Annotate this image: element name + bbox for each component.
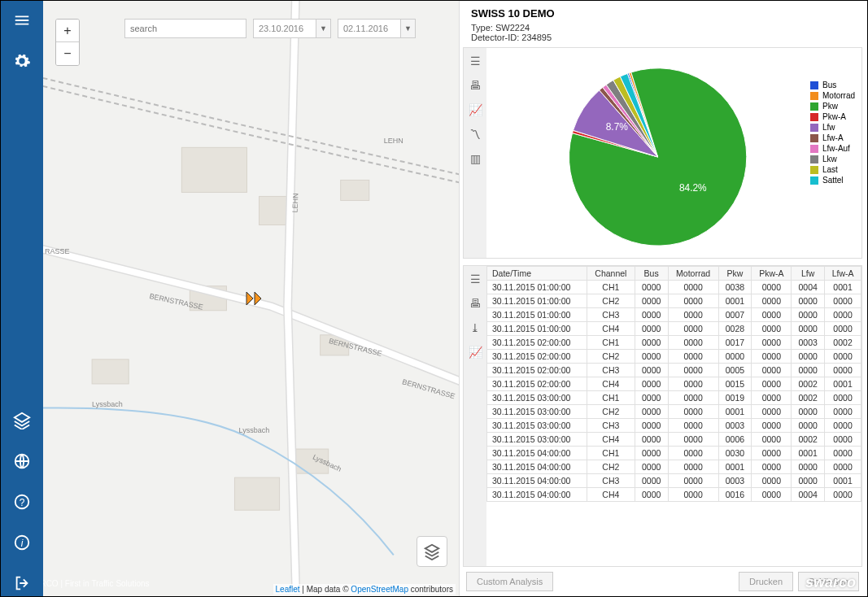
- legend-item[interactable]: Last: [810, 165, 855, 174]
- road-label: LEHN: [384, 137, 403, 145]
- osm-link[interactable]: OpenStreetMap: [351, 585, 408, 594]
- zoom-in-button[interactable]: +: [56, 20, 79, 42]
- table-header[interactable]: Lfw-A: [825, 267, 861, 281]
- bar-chart-icon[interactable]: ▥: [470, 152, 481, 165]
- info-icon[interactable]: i: [9, 529, 35, 556]
- table-header[interactable]: Channel: [587, 267, 635, 281]
- detector-id: Detector-ID: 234895: [471, 33, 862, 42]
- table-row[interactable]: 30.11.2015 04:00:00CH3000000000003000000…: [487, 474, 861, 488]
- footer-brand: SWARCO | First in Traffic Solutions: [43, 579, 150, 588]
- chart-legend: BusMotorradPkwPkw-ALfwLfw-ALfw-AufLkwLas…: [810, 81, 855, 186]
- logout-icon[interactable]: [9, 570, 35, 596]
- custom-analysis-button[interactable]: Custom Analysis: [466, 572, 553, 591]
- river-label: Lyssbach: [238, 426, 269, 434]
- table-header[interactable]: Bus: [635, 267, 668, 281]
- print-icon[interactable]: 🖶: [469, 79, 481, 92]
- detector-title: SWISS 10 DEMO: [471, 7, 862, 20]
- table-row[interactable]: 30.11.2015 04:00:00CH1000000000030000000…: [487, 447, 861, 460]
- road-label: LEHN: [291, 193, 300, 212]
- print-icon[interactable]: 🖶: [469, 297, 481, 310]
- detector-type: Type: SW2224: [471, 23, 862, 33]
- chevron-down-icon[interactable]: ▼: [316, 19, 331, 38]
- menu-icon[interactable]: [9, 7, 35, 33]
- svg-text:8.7%: 8.7%: [606, 121, 629, 133]
- chevron-down-icon[interactable]: ▼: [401, 19, 416, 38]
- table-header[interactable]: Pkw-A: [752, 267, 792, 281]
- table-row[interactable]: 30.11.2015 04:00:00CH4000000000016000000…: [487, 488, 861, 502]
- svg-rect-11: [341, 180, 369, 200]
- svg-rect-13: [92, 360, 129, 384]
- chart-menu-icon[interactable]: ☰: [470, 54, 481, 68]
- legend-item[interactable]: Lfw: [810, 123, 855, 132]
- legend-item[interactable]: Bus: [810, 81, 855, 89]
- search-input[interactable]: [124, 19, 246, 38]
- map-attribution: Leaflet | Map data © OpenStreetMap contr…: [273, 584, 456, 595]
- svg-text:84.2%: 84.2%: [679, 182, 707, 194]
- date-to-input[interactable]: [338, 19, 401, 38]
- table-header[interactable]: Date/Time: [487, 267, 587, 281]
- table-row[interactable]: 30.11.2015 01:00:00CH2000000000001000000…: [487, 294, 861, 308]
- brand-logo: swarco: [805, 574, 856, 591]
- zoom-control: + −: [55, 19, 80, 66]
- table-row[interactable]: 30.11.2015 03:00:00CH3000000000003000000…: [487, 419, 861, 433]
- legend-item[interactable]: Sattel: [810, 176, 855, 185]
- leaflet-link[interactable]: Leaflet: [276, 585, 300, 594]
- table-menu-icon[interactable]: ☰: [470, 272, 481, 285]
- table-row[interactable]: 30.11.2015 02:00:00CH1000000000017000000…: [487, 336, 861, 350]
- detail-panel: SWISS 10 DEMO Type: SW2224 Detector-ID: …: [459, 1, 867, 596]
- zoom-out-button[interactable]: −: [56, 42, 79, 65]
- svg-text:i: i: [21, 538, 24, 549]
- table-row[interactable]: 30.11.2015 03:00:00CH2000000000001000000…: [487, 405, 861, 419]
- pie-chart: 84.2%8.7% BusMotorradPkwPkw-ALfwLfw-ALfw…: [486, 48, 861, 258]
- svg-rect-9: [234, 477, 279, 510]
- table-row[interactable]: 30.11.2015 01:00:00CH1000000000038000000…: [487, 281, 861, 294]
- legend-item[interactable]: Lfw-Auf: [810, 144, 855, 153]
- legend-item[interactable]: Pkw-A: [810, 112, 855, 121]
- table-row[interactable]: 30.11.2015 02:00:00CH4000000000015000000…: [487, 377, 861, 391]
- legend-item[interactable]: Lfw-A: [810, 133, 855, 142]
- legend-item[interactable]: Lkw: [810, 155, 855, 163]
- data-table[interactable]: Date/TimeChannelBusMotorradPkwPkw-ALfwLf…: [486, 266, 861, 566]
- chart-toolbar: ☰ 🖶 📈 〽 ▥: [464, 48, 486, 258]
- main-sidebar: ? i: [1, 1, 43, 596]
- road-label: RASSE: [45, 247, 70, 255]
- svg-rect-6: [181, 147, 246, 192]
- river-label: Lyssbach: [92, 400, 123, 408]
- table-header[interactable]: Motorrad: [668, 267, 718, 281]
- table-row[interactable]: 30.11.2015 01:00:00CH4000000000028000000…: [487, 322, 861, 336]
- help-icon[interactable]: ?: [9, 489, 35, 515]
- map-panel[interactable]: BERNSTRASSE BERNSTRASSE BERNSTRASSE LEHN…: [43, 1, 459, 596]
- legend-item[interactable]: Pkw: [810, 102, 855, 111]
- legend-item[interactable]: Motorrad: [810, 91, 855, 100]
- export-icon[interactable]: ⤓: [470, 321, 480, 334]
- table-row[interactable]: 30.11.2015 01:00:00CH3000000000007000000…: [487, 308, 861, 322]
- line-chart-icon[interactable]: 📈: [469, 346, 482, 359]
- table-header[interactable]: Pkw: [718, 267, 752, 281]
- print-button[interactable]: Drucken: [739, 572, 793, 591]
- gear-icon[interactable]: [9, 48, 35, 74]
- table-toolbar: ☰ 🖶 ⤓ 📈: [464, 266, 486, 566]
- table-row[interactable]: 30.11.2015 02:00:00CH2000000000000000000…: [487, 350, 861, 364]
- table-header[interactable]: Lfw: [792, 267, 825, 281]
- table-row[interactable]: 30.11.2015 03:00:00CH1000000000019000000…: [487, 391, 861, 405]
- table-row[interactable]: 30.11.2015 04:00:00CH2000000000001000000…: [487, 460, 861, 474]
- layers-icon[interactable]: [9, 407, 35, 434]
- detector-marker-icon[interactable]: [245, 290, 264, 307]
- table-row[interactable]: 30.11.2015 03:00:00CH4000000000006000000…: [487, 433, 861, 447]
- table-row[interactable]: 30.11.2015 02:00:00CH3000000000005000000…: [487, 364, 861, 377]
- globe-icon[interactable]: [9, 448, 35, 474]
- map-layers-button[interactable]: [417, 536, 447, 567]
- svg-text:?: ?: [20, 497, 25, 508]
- multi-line-icon[interactable]: 〽: [469, 128, 481, 141]
- line-chart-icon[interactable]: 📈: [469, 103, 482, 116]
- date-from-input[interactable]: [253, 19, 316, 38]
